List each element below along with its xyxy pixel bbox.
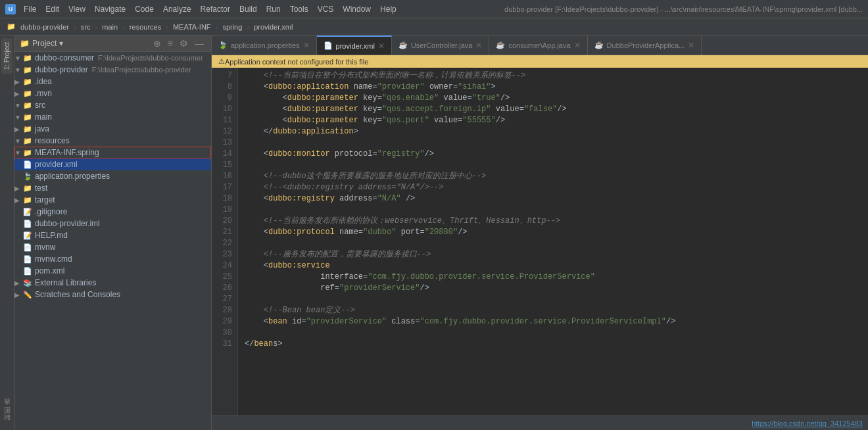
tree-item-provider-xml[interactable]: 📄provider.xml [14, 158, 211, 170]
tree-item-application-properties[interactable]: 🍃application.properties [14, 170, 211, 182]
tree-arrow-dubbo-provider[interactable]: ▼ [14, 66, 21, 74]
tree-label-mvn: .mvn [35, 89, 52, 98]
tab-consumer-app[interactable]: ☕consumer\App.java✕ [489, 36, 587, 55]
line-number-27: 27 [212, 294, 237, 305]
tree-icon-provider-xml: 📄 [23, 160, 32, 169]
menu-item-edit[interactable]: Edit [41, 3, 63, 15]
line-number-17: 17 [212, 182, 237, 193]
collapse-icon[interactable]: ≡ [166, 38, 175, 49]
tree-item-mvnw[interactable]: 📄mvnw [14, 241, 211, 253]
tree-arrow-dubbo-consumer[interactable]: ▼ [14, 55, 21, 62]
tree-arrow-scratches[interactable]: ▶ [14, 291, 21, 299]
tree-item-mvn[interactable]: ▶📁.mvn [14, 87, 211, 99]
tab-close-consumer-app[interactable]: ✕ [574, 41, 581, 50]
side-tab-3[interactable]: 图 [1, 414, 14, 422]
tree-arrow-main[interactable]: ▼ [14, 114, 21, 121]
menu-item-view[interactable]: View [64, 3, 89, 15]
tree-arrow-meata-inf-spring[interactable]: ▼ [14, 149, 21, 156]
close-panel-icon[interactable]: — [193, 38, 206, 49]
tree-arrow-resources[interactable]: ▼ [14, 137, 21, 145]
side-tab-4[interactable]: 制 [1, 422, 14, 430]
tab-label-user-controller: UserController.java [411, 41, 473, 49]
tree-label-meata-inf-spring: MEATA-INF.spring [35, 148, 99, 157]
code-editor[interactable]: 7891011121314151617181920212223242526272… [212, 68, 868, 416]
blog-link[interactable]: https://blog.csdn.net/qq_34125483 [752, 419, 863, 427]
code-line-14: <dubbo:monitor protocol="registry"/> [245, 149, 861, 160]
tree-arrow-ext-libs[interactable]: ▶ [14, 279, 21, 287]
tree-item-java[interactable]: ▶📁java [14, 123, 211, 135]
tree-arrow-idea[interactable]: ▶ [14, 78, 21, 85]
project-tab[interactable]: 1: Project [1, 38, 12, 74]
line-number-31: 31 [212, 339, 237, 350]
tab-icon-provider-xml: 📄 [324, 41, 333, 50]
code-line-31: </beans> [245, 339, 861, 350]
settings-icon[interactable]: ⚙ [178, 38, 190, 49]
tree-arrow-test[interactable]: ▶ [14, 185, 21, 192]
tree-item-pom-xml[interactable]: 📄pom.xml [14, 265, 211, 277]
code-line-19 [245, 204, 861, 216]
tree-item-scratches[interactable]: ▶✏️Scratches and Consoles [14, 289, 211, 300]
menu-item-vcs[interactable]: VCS [314, 3, 338, 15]
add-icon[interactable]: ⊕ [151, 38, 163, 49]
breadcrumb-item[interactable]: src [81, 23, 91, 31]
breadcrumb-item[interactable]: MEATA-INF [173, 23, 211, 31]
tab-app-props[interactable]: 🍃application.properties✕ [212, 36, 317, 55]
line-number-16: 16 [212, 171, 237, 182]
tree-item-mvnw-cmd[interactable]: 📄mvnw.cmd [14, 253, 211, 265]
menu-item-tools[interactable]: Tools [286, 3, 312, 15]
line-number-25: 25 [212, 272, 237, 283]
tab-close-provider-xml[interactable]: ✕ [378, 41, 385, 51]
tree-icon-target: 📁 [23, 196, 32, 204]
tree-item-main[interactable]: ▼📁main [14, 111, 211, 123]
menu-item-code[interactable]: Code [131, 3, 158, 15]
breadcrumb-item[interactable]: provider.xml [254, 23, 293, 31]
tab-user-controller[interactable]: ☕UserController.java✕ [392, 36, 490, 55]
menu-item-run[interactable]: Run [262, 3, 285, 15]
warning-bar: ⚠ Application context not configured for… [212, 55, 868, 68]
tree-sublabel-dubbo-provider: F:\IdeaProjects\dubbo-provider [92, 66, 191, 74]
tab-provider-xml[interactable]: 📄provider.xml✕ [317, 36, 392, 55]
tab-dubbo-provider-app[interactable]: ☕DubboProviderApplica...✕ [588, 36, 702, 55]
menu-item-navigate[interactable]: Navigate [91, 3, 130, 15]
tree-item-idea[interactable]: ▶📁.idea [14, 76, 211, 87]
breadcrumb-item[interactable]: main [102, 23, 118, 31]
tree-label-target: target [35, 195, 55, 204]
tree-item-dubbo-consumer[interactable]: ▼📁dubbo-consumerF:\IdeaProjects\dubbo-co… [14, 52, 211, 64]
tree-arrow-target[interactable]: ▶ [14, 197, 21, 204]
tab-close-user-controller[interactable]: ✕ [475, 41, 482, 50]
tab-close-dubbo-provider-app[interactable]: ✕ [688, 41, 694, 50]
code-line-10: <dubbo:parameter key="qos.accept.foreign… [245, 104, 861, 115]
menu-item-window[interactable]: Window [339, 3, 375, 15]
tree-item-resources[interactable]: ▼📁resources [14, 135, 211, 147]
tree-item-test[interactable]: ▶📁test [14, 182, 211, 194]
menu-item-file[interactable]: File [20, 3, 40, 15]
code-content[interactable]: <!--当前项目在整个分布式架构里面的唯一名称，计算依赖关系的标签--> <du… [238, 68, 868, 416]
breadcrumb-item[interactable]: spring [222, 23, 242, 31]
tree-label-pom-xml: pom.xml [35, 266, 64, 275]
menu-item-refactor[interactable]: Refactor [197, 3, 234, 15]
tree-item-help-md[interactable]: 📝HELP.md [14, 229, 211, 241]
line-number-19: 19 [212, 204, 237, 216]
tree-item-gitignore[interactable]: 📝.gitignore [14, 206, 211, 218]
tree-item-ext-libs[interactable]: ▶📚External Libraries [14, 277, 211, 289]
menu-item-analyze[interactable]: Analyze [159, 3, 195, 15]
menu-item-build[interactable]: Build [235, 3, 261, 15]
side-tab-2[interactable]: 表 [1, 406, 14, 414]
breadcrumb-item[interactable]: dubbo-provider [20, 23, 69, 31]
menu-item-help[interactable]: Help [376, 3, 400, 15]
tree-label-mvnw: mvnw [35, 243, 55, 252]
tree-item-target[interactable]: ▶📁target [14, 194, 211, 206]
tree-item-dubbo-provider-iml[interactable]: 📄dubbo-provider.iml [14, 218, 211, 229]
line-number-24: 24 [212, 260, 237, 272]
code-line-18: <dubbo:registry address="N/A" /> [245, 193, 861, 204]
tree-arrow-src[interactable]: ▼ [14, 102, 21, 109]
tree-arrow-mvn[interactable]: ▶ [14, 90, 21, 97]
tree-item-src[interactable]: ▼📁src [14, 99, 211, 111]
warning-icon: ⚠ [218, 57, 225, 66]
line-number-10: 10 [212, 104, 237, 115]
breadcrumb-item[interactable]: resources [130, 23, 161, 31]
tree-item-dubbo-provider[interactable]: ▼📁dubbo-providerF:\IdeaProjects\dubbo-pr… [14, 64, 211, 76]
tree-item-meata-inf-spring[interactable]: ▼📁MEATA-INF.spring [14, 147, 211, 158]
tab-close-app-props[interactable]: ✕ [303, 41, 310, 50]
tree-arrow-java[interactable]: ▶ [14, 126, 21, 133]
